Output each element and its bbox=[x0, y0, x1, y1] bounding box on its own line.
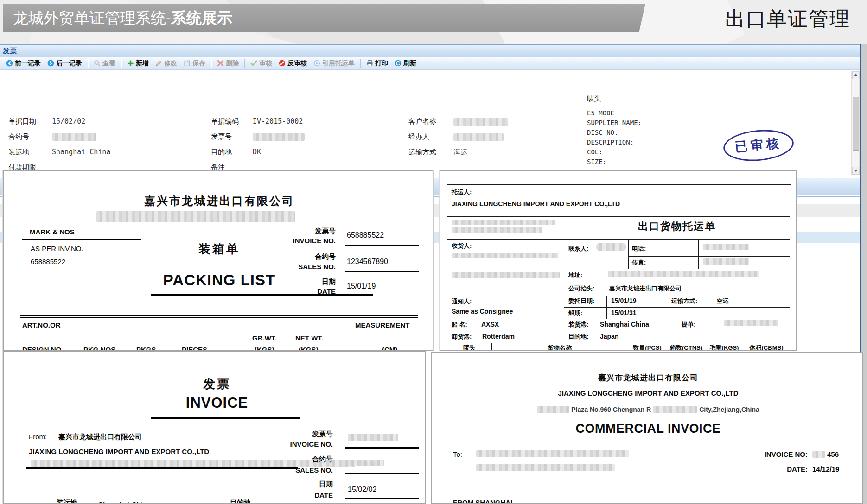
scroll-up-icon bbox=[854, 74, 858, 76]
loading-port-value: Shanghai China bbox=[600, 321, 649, 328]
page-header: 龙城外贸单证管理系统-系统展示 出口单证管理 bbox=[0, 0, 867, 44]
inv-sales-no-label-cn: 合约号 bbox=[282, 455, 333, 464]
discharge-port-value: Rotterdam bbox=[482, 333, 515, 340]
col-net-wt: NET WT. bbox=[295, 334, 323, 342]
destination-value: DK bbox=[253, 148, 261, 156]
toolbar-separator bbox=[121, 59, 121, 68]
form-scrollbar[interactable] bbox=[851, 71, 860, 175]
module-caption: 发票 bbox=[3, 47, 17, 55]
prev-record-button[interactable]: 前一记录 bbox=[3, 58, 44, 69]
table-line bbox=[668, 296, 668, 319]
loading-port-label: 装货港: bbox=[568, 321, 588, 329]
table-line bbox=[564, 269, 790, 269]
col-measurement: MEASUREMENT bbox=[355, 321, 410, 329]
dest-value: Japan bbox=[600, 333, 618, 340]
pl-invoice-no-label-cn: 发票号 bbox=[282, 227, 336, 236]
module-caption-bar: 发票 bbox=[0, 44, 860, 57]
table-line bbox=[720, 319, 720, 331]
col-pkg-nos: PKG.NOS bbox=[83, 346, 115, 351]
rule bbox=[26, 467, 298, 469]
entrust-date-label: 委托日期: bbox=[568, 297, 594, 305]
contact-label: 联系人: bbox=[568, 245, 588, 253]
phone-value-redacted bbox=[703, 244, 749, 250]
table-line bbox=[712, 296, 712, 307]
address-label: 地址: bbox=[568, 271, 582, 279]
ci-company-cn: 嘉兴市龙城进出口有限公司 bbox=[509, 372, 787, 383]
unaudit-button[interactable]: 反审核 bbox=[275, 58, 310, 69]
inv-date-label-en: DATE bbox=[282, 491, 333, 499]
ci-address-part2: City,Zhejiang,China bbox=[699, 406, 759, 413]
table-line bbox=[447, 296, 790, 296]
invoice-preview-window[interactable]: 发票 INVOICE From: 嘉兴市龙城进出口有限公司 JIAXING LO… bbox=[3, 351, 426, 504]
discharge-port-label: 卸货港: bbox=[452, 333, 472, 341]
shipper-label: 托运人: bbox=[452, 188, 472, 196]
add-icon bbox=[127, 60, 134, 67]
cite-booking-label: 引用托运单 bbox=[322, 59, 355, 68]
delete-label: 删除 bbox=[226, 59, 239, 68]
ci-address-line: Plaza No.960 Chengnan R City,Zhejiang,Ch… bbox=[495, 406, 801, 413]
mark-line: E5 MODE bbox=[587, 109, 614, 117]
edit-button[interactable]: 修改 bbox=[152, 58, 180, 69]
app-subtitle: 系统展示 bbox=[171, 9, 232, 26]
table-line bbox=[606, 296, 607, 319]
table-line bbox=[698, 239, 699, 269]
col-mark: 唛头 bbox=[447, 344, 491, 351]
customer-name-label: 客户名称 bbox=[408, 117, 436, 126]
contract-no-value-redacted bbox=[52, 133, 96, 141]
inv-sales-no-redacted bbox=[348, 460, 384, 466]
mark-line: SIZE: bbox=[587, 158, 606, 165]
col-ctns: 箱数(CTNS) bbox=[667, 344, 706, 351]
delete-button[interactable]: 删除 bbox=[214, 58, 242, 69]
transport-value: 空运 bbox=[717, 297, 729, 305]
commercial-invoice-preview-window[interactable]: 嘉兴市龙城进出口有限公司 JIAXING LONGCHENG IMPORT AN… bbox=[431, 352, 863, 504]
scroll-up-button[interactable] bbox=[852, 71, 860, 79]
refresh-button[interactable]: 刷新 bbox=[391, 58, 420, 69]
ci-address-redacted bbox=[653, 406, 697, 413]
col-design-no: DESIGN.NO. bbox=[22, 346, 63, 351]
table-line bbox=[564, 282, 790, 282]
edit-icon bbox=[155, 60, 162, 67]
vessel-label: 船 名: bbox=[452, 321, 467, 329]
packing-list-preview-window[interactable]: 嘉兴市龙城进出口有限公司 MARK & NOS AS PER INV.NO. 6… bbox=[3, 170, 434, 351]
mark-line: SUPPLIER NAME: bbox=[587, 119, 642, 126]
double-rule bbox=[20, 315, 418, 316]
inv-date-label-cn: 日期 bbox=[282, 480, 333, 489]
toolbar-separator bbox=[211, 59, 211, 68]
print-label: 打印 bbox=[375, 59, 388, 68]
col-measurement-unit: (CM) bbox=[382, 346, 397, 351]
app-window: 龙城外贸单证管理系统-系统展示 出口单证管理 发票 前一记录 后一记录 查看 新… bbox=[0, 0, 867, 504]
toolbar-separator bbox=[244, 59, 245, 68]
pl-sales-no-label-cn: 合约号 bbox=[282, 252, 336, 261]
transport-mode-label: 运输方式 bbox=[408, 148, 436, 157]
invoice-title-en: INVOICE bbox=[134, 395, 300, 411]
save-button[interactable]: 保存 bbox=[180, 58, 209, 69]
scrollbar-thumb[interactable] bbox=[853, 97, 859, 151]
delete-icon bbox=[217, 60, 224, 67]
cite-booking-button[interactable]: 引用托运单 bbox=[310, 58, 358, 69]
next-record-button[interactable]: 后一记录 bbox=[44, 58, 85, 69]
fax-value-redacted bbox=[703, 258, 749, 265]
col-qty-pcs: 数量(PCS) bbox=[628, 344, 667, 351]
from-company-en: JIAXING LONGCHENG IMPORT AND EXPORT CO.,… bbox=[29, 447, 209, 455]
view-label: 查看 bbox=[102, 59, 115, 68]
toolbar-separator bbox=[88, 59, 88, 68]
edit-label: 修改 bbox=[164, 59, 177, 68]
invoice-title-cn: 发票 bbox=[134, 376, 300, 392]
table-line bbox=[447, 331, 790, 331]
col-pkgs: PKGS bbox=[136, 346, 156, 351]
print-button[interactable]: 打印 bbox=[363, 58, 391, 69]
pl-invoice-no-label-en: INVOICE NO. bbox=[263, 237, 336, 245]
rule bbox=[345, 472, 419, 474]
booking-note-preview-window[interactable]: 托运人: JIAXING LONGCHENG IMPORT AND EXPORT… bbox=[440, 170, 797, 351]
table-line bbox=[628, 239, 629, 269]
sail-date-value: 15/01/31 bbox=[611, 309, 637, 316]
pl-sales-no-value: 1234567890 bbox=[347, 258, 388, 266]
col-cbms: 体积(CBMS) bbox=[743, 344, 790, 351]
audit-button[interactable]: 审核 bbox=[247, 58, 275, 69]
fax-label: 传真: bbox=[632, 258, 646, 267]
scroll-down-button[interactable] bbox=[852, 167, 860, 175]
view-button[interactable]: 查看 bbox=[90, 58, 119, 69]
rule bbox=[345, 447, 419, 449]
add-button[interactable]: 新增 bbox=[124, 58, 152, 69]
prev-record-icon bbox=[6, 60, 13, 67]
